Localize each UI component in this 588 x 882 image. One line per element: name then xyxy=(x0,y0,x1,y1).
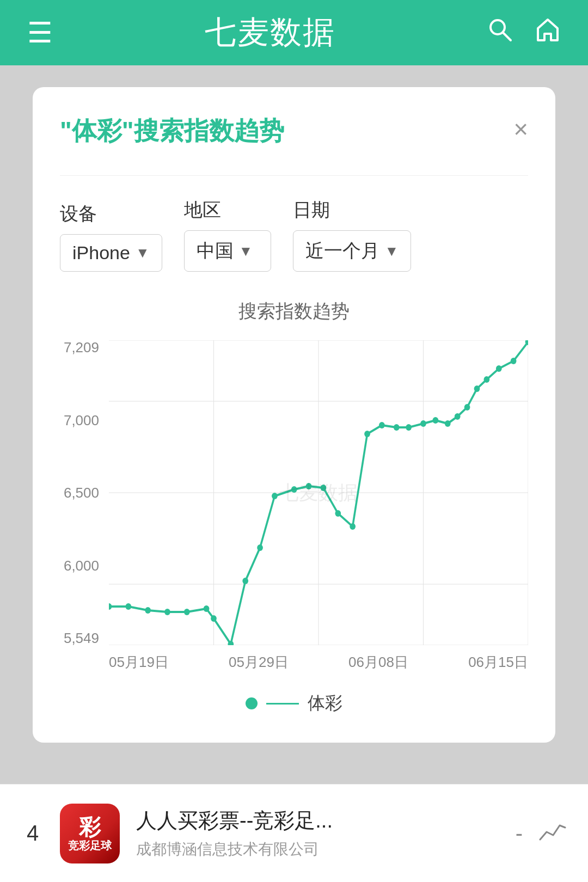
app-icon-char: 彩 xyxy=(79,816,101,838)
legend-dot xyxy=(246,697,258,709)
modal-title: "体彩"搜索指数趋势 xyxy=(60,114,284,148)
device-arrow: ▼ xyxy=(136,244,150,261)
app-icon-sub: 竞彩足球 xyxy=(68,840,112,851)
chart-title: 搜索指数趋势 xyxy=(60,299,528,324)
svg-point-14 xyxy=(164,609,170,615)
svg-line-1 xyxy=(503,33,511,40)
svg-point-30 xyxy=(406,424,412,431)
y-label-4: 6,000 xyxy=(60,559,99,573)
svg-point-31 xyxy=(420,420,426,427)
filter-row: 设备 iPhone ▼ 地区 中国 ▼ 日期 近一个月 ▼ xyxy=(60,198,528,272)
trend-chart-icon[interactable] xyxy=(539,820,566,847)
svg-point-39 xyxy=(511,358,517,364)
svg-point-17 xyxy=(211,615,217,622)
svg-point-13 xyxy=(145,607,151,614)
date-label: 日期 xyxy=(293,198,412,223)
app-row: 4 彩 竞彩足球 人人买彩票--竞彩足... 成都博涵信息技术有限公司 - xyxy=(0,784,588,882)
svg-point-35 xyxy=(464,404,470,411)
divider xyxy=(60,175,528,176)
svg-point-33 xyxy=(445,420,451,427)
svg-point-32 xyxy=(433,417,439,424)
svg-point-27 xyxy=(364,431,370,437)
svg-point-21 xyxy=(272,493,278,499)
legend-line xyxy=(266,703,299,705)
region-label: 地区 xyxy=(184,198,271,223)
svg-point-38 xyxy=(496,365,502,372)
modal-header: "体彩"搜索指数趋势 × xyxy=(60,114,528,148)
app-title: 七麦数据 xyxy=(205,11,335,54)
date-value: 近一个月 xyxy=(305,238,379,264)
region-value: 中国 xyxy=(197,238,234,264)
line-chart xyxy=(109,340,528,645)
svg-point-23 xyxy=(306,483,312,489)
region-select[interactable]: 中国 ▼ xyxy=(184,230,271,272)
app-rank: 4 xyxy=(22,821,44,846)
x-label-2: 05月29日 xyxy=(229,653,289,672)
svg-point-11 xyxy=(109,603,112,610)
chart-body: 七麦数据 xyxy=(109,340,528,645)
app-name: 人人买彩票--竞彩足... xyxy=(136,807,499,835)
svg-point-37 xyxy=(484,376,490,383)
device-select[interactable]: iPhone ▼ xyxy=(60,234,162,272)
app-icon[interactable]: 彩 竞彩足球 xyxy=(60,804,120,863)
modal-card: "体彩"搜索指数趋势 × 设备 iPhone ▼ 地区 中国 ▼ xyxy=(33,87,555,743)
y-label-1: 7,209 xyxy=(60,340,99,354)
chart-container: 搜索指数趋势 7,209 7,000 6,500 6,000 5,549 七麦数… xyxy=(60,299,528,672)
x-label-4: 06月15日 xyxy=(468,653,528,672)
y-axis: 7,209 7,000 6,500 6,000 5,549 xyxy=(60,340,109,645)
device-label: 设备 xyxy=(60,201,162,226)
x-label-3: 06月08日 xyxy=(348,653,408,672)
device-filter-group: 设备 iPhone ▼ xyxy=(60,201,162,272)
app-header: ☰ 七麦数据 xyxy=(0,0,588,65)
region-arrow: ▼ xyxy=(239,243,253,260)
device-value: iPhone xyxy=(72,242,130,264)
svg-point-19 xyxy=(242,578,248,584)
background-area: "体彩"搜索指数趋势 × 设备 iPhone ▼ 地区 中国 ▼ xyxy=(0,65,588,882)
date-filter-group: 日期 近一个月 ▼ xyxy=(293,198,412,272)
svg-point-22 xyxy=(291,486,297,493)
legend-label: 体彩 xyxy=(308,691,342,715)
svg-point-34 xyxy=(455,413,461,420)
svg-point-26 xyxy=(350,523,356,530)
app-rank-change: - xyxy=(516,821,523,846)
svg-point-15 xyxy=(184,609,190,615)
y-label-5: 5,549 xyxy=(60,631,99,645)
search-icon[interactable] xyxy=(487,16,513,49)
svg-point-36 xyxy=(474,385,480,392)
close-button[interactable]: × xyxy=(513,117,528,142)
x-label-1: 05月19日 xyxy=(109,653,169,672)
menu-icon[interactable]: ☰ xyxy=(27,19,53,47)
svg-point-24 xyxy=(321,485,327,491)
y-label-2: 7,000 xyxy=(60,413,99,427)
date-arrow: ▼ xyxy=(385,243,399,260)
region-filter-group: 地区 中国 ▼ xyxy=(184,198,271,272)
chart-legend: 体彩 xyxy=(60,691,528,715)
svg-point-29 xyxy=(394,424,400,431)
header-right-icons xyxy=(487,16,561,49)
y-label-3: 6,500 xyxy=(60,486,99,500)
home-icon[interactable] xyxy=(535,16,561,49)
svg-point-12 xyxy=(125,603,131,610)
chart-wrap: 7,209 7,000 6,500 6,000 5,549 七麦数据 xyxy=(60,340,528,645)
svg-point-28 xyxy=(379,422,385,428)
svg-point-16 xyxy=(204,605,210,612)
app-company: 成都博涵信息技术有限公司 xyxy=(136,839,499,860)
app-info: 人人买彩票--竞彩足... 成都博涵信息技术有限公司 xyxy=(136,807,499,860)
svg-point-25 xyxy=(335,510,341,517)
x-axis: 05月19日 05月29日 06月08日 06月15日 xyxy=(60,653,528,672)
date-select[interactable]: 近一个月 ▼ xyxy=(293,230,412,272)
svg-point-20 xyxy=(257,544,263,551)
